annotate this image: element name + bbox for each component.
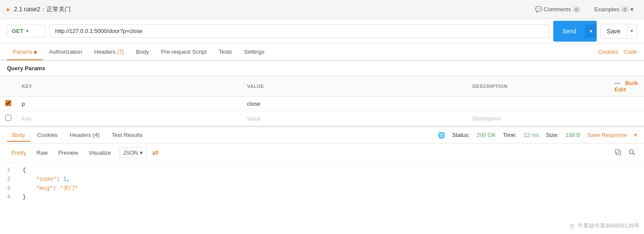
examples-badge: 0 <box>621 6 629 13</box>
row-2-value-input[interactable] <box>247 115 462 122</box>
json-content: 1 { 2 "code": 1, 3 "msg": "关门" 4 } <box>0 162 644 205</box>
time-label: Time: <box>503 132 517 138</box>
table-row <box>0 111 644 126</box>
tabs-right: Cookies Code <box>598 49 637 55</box>
comments-button[interactable]: 💬 Comments 0 <box>532 4 584 14</box>
line-num-4: 4 <box>7 193 16 202</box>
cookies-link[interactable]: Cookies <box>598 49 618 55</box>
params-table: KEY VALUE DESCRIPTION ••• Bulk Edit p cl… <box>0 76 644 126</box>
resp-tab-body[interactable]: Body <box>7 129 30 142</box>
status-value: 200 OK <box>477 132 496 138</box>
format-tabs: Pretty Raw Preview Visualize <box>7 147 116 158</box>
copy-button[interactable] <box>613 147 623 159</box>
response-toolbar: Pretty Raw Preview Visualize JSON ▾ ⇌ <box>0 143 644 162</box>
code-link[interactable]: Code <box>624 49 637 55</box>
json-line-4: 4 } <box>7 193 637 202</box>
method-arrow-icon: ▾ <box>26 29 28 33</box>
wrap-icon[interactable]: ⇌ <box>152 148 159 158</box>
svg-rect-1 <box>615 150 619 153</box>
request-tabs-bar: Params Authorization Headers (7) Body Pr… <box>0 43 644 61</box>
fmt-pretty[interactable]: Pretty <box>7 147 30 158</box>
response-bar: Body Cookies Headers (4) Test Results 🌐 … <box>0 126 644 143</box>
globe-icon: 🌐 <box>438 132 445 139</box>
tab-prerequest[interactable]: Pre-request Script <box>155 44 213 60</box>
line-num-2: 2 <box>7 175 16 184</box>
status-label: Status: <box>452 132 469 138</box>
comments-icon: 💬 <box>535 6 542 13</box>
response-tabs: Body Cookies Headers (4) Test Results <box>7 129 148 141</box>
format-selector[interactable]: JSON ▾ <box>119 147 147 158</box>
size-label: Size: <box>546 132 558 138</box>
tab-settings[interactable]: Settings <box>238 44 271 60</box>
line-num-1: 1 <box>7 166 16 175</box>
row-1-key: p <box>22 101 25 107</box>
col-value: VALUE <box>242 76 467 97</box>
send-button[interactable]: Send ▾ <box>553 21 597 42</box>
col-actions: ••• Bulk Edit <box>609 76 644 97</box>
fmt-visualize[interactable]: Visualize <box>84 147 116 158</box>
save-response-button[interactable]: Save Response <box>587 132 627 138</box>
case-title: 2.1 case2：正常关门 <box>14 6 71 13</box>
toolbar-right <box>613 147 637 159</box>
resp-tab-test-results[interactable]: Test Results <box>106 129 148 142</box>
line-num-3: 3 <box>7 184 16 193</box>
examples-label: Examples <box>594 6 619 13</box>
fmt-preview[interactable]: Preview <box>54 147 83 158</box>
format-arrow-icon: ▾ <box>140 150 143 156</box>
save-response-arrow[interactable]: ▾ <box>634 132 637 138</box>
method-label: GET <box>12 28 23 34</box>
save-arrow[interactable]: ▾ <box>627 25 637 37</box>
query-params-header: Query Params <box>0 61 644 76</box>
col-description: DESCRIPTION <box>467 76 609 97</box>
send-arrow[interactable]: ▾ <box>585 25 597 38</box>
fmt-raw[interactable]: Raw <box>32 147 52 158</box>
row-1-value: close <box>247 101 260 107</box>
json-line-1: 1 { <box>7 166 637 175</box>
comments-badge: 0 <box>573 6 581 13</box>
params-dot <box>34 51 37 54</box>
tab-tests[interactable]: Tests <box>213 44 238 60</box>
send-main[interactable]: Send <box>553 24 585 38</box>
table-row: p close <box>0 97 644 111</box>
time-value: 12 ms <box>524 132 539 138</box>
resp-tab-cookies[interactable]: Cookies <box>32 129 63 142</box>
json-line-2: 2 "code": 1, <box>7 175 637 184</box>
svg-line-3 <box>633 153 635 155</box>
format-label: JSON <box>123 150 138 156</box>
three-dots-icon[interactable]: ••• <box>614 81 620 86</box>
top-bar: ▶ 2.1 case2：正常关门 💬 Comments 0 Examples 0… <box>0 0 644 19</box>
save-main[interactable]: Save <box>601 24 627 38</box>
url-input[interactable] <box>50 24 550 38</box>
method-selector[interactable]: GET ▾ <box>7 25 46 37</box>
tab-params[interactable]: Params <box>7 44 43 60</box>
col-key: KEY <box>17 76 242 97</box>
top-bar-left: ▶ 2.1 case2：正常关门 <box>7 6 71 13</box>
row-1-checkbox[interactable] <box>5 100 11 106</box>
resp-right: 🌐 Status: 200 OK Time: 12 ms Size: 188 B… <box>438 132 637 139</box>
row-2-key-input[interactable] <box>22 115 237 122</box>
row-2-desc-input[interactable] <box>472 115 604 122</box>
examples-button[interactable]: Examples 0 ▾ <box>591 4 637 14</box>
size-value: 188 B <box>565 132 580 138</box>
examples-arrow-icon: ▾ <box>631 6 634 13</box>
top-bar-right: 💬 Comments 0 Examples 0 ▾ <box>532 4 637 14</box>
tab-authorization[interactable]: Authorization <box>43 44 88 60</box>
row-2-checkbox[interactable] <box>5 115 11 121</box>
tab-headers[interactable]: Headers (7) <box>88 44 130 60</box>
col-check <box>0 76 17 97</box>
tab-body[interactable]: Body <box>130 44 155 60</box>
search-button[interactable] <box>627 147 637 159</box>
save-button[interactable]: Save ▾ <box>600 24 637 39</box>
json-line-3: 3 "msg": "关门" <box>7 184 637 193</box>
url-bar: GET ▾ Send ▾ Save ▾ <box>0 19 644 43</box>
collapse-icon[interactable]: ▶ <box>7 7 10 12</box>
comments-label: Comments <box>544 6 571 13</box>
resp-tab-headers[interactable]: Headers (4) <box>65 129 105 142</box>
